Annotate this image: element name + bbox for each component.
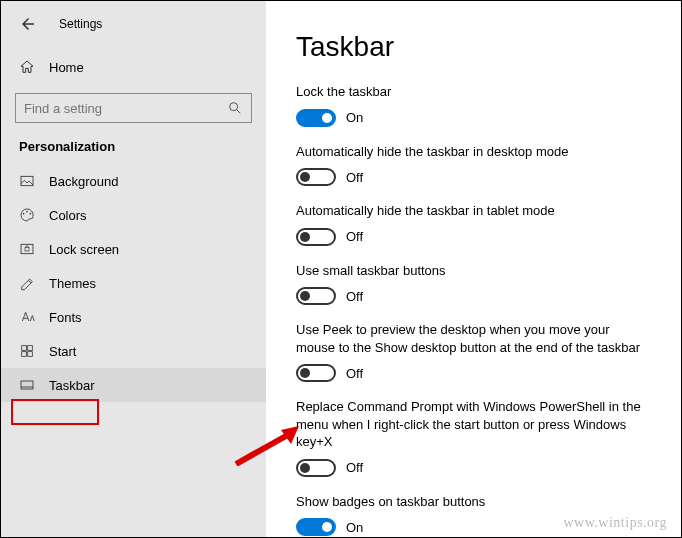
toggle-autohide-tablet[interactable]: [296, 228, 336, 246]
themes-icon: [19, 275, 35, 291]
setting-powershell: Replace Command Prompt with Windows Powe…: [296, 398, 651, 477]
section-header: Personalization: [1, 123, 266, 164]
colors-icon: [19, 207, 35, 223]
nav-label: Background: [49, 174, 118, 189]
app-title: Settings: [59, 17, 102, 31]
svg-rect-7: [25, 248, 29, 251]
toggle-state: On: [346, 520, 363, 535]
toggle-powershell[interactable]: [296, 459, 336, 477]
taskbar-icon: [19, 377, 35, 393]
search-input[interactable]: [24, 101, 227, 116]
svg-point-0: [230, 103, 238, 111]
svg-rect-10: [22, 352, 27, 357]
svg-rect-8: [22, 346, 27, 351]
toggle-state: Off: [346, 460, 363, 475]
home-icon: [19, 59, 35, 75]
toggle-state: Off: [346, 289, 363, 304]
svg-point-3: [23, 213, 25, 215]
search-box[interactable]: [15, 93, 252, 123]
toggle-state: Off: [346, 229, 363, 244]
sidebar-item-start[interactable]: Start: [1, 334, 266, 368]
home-label: Home: [49, 60, 84, 75]
background-icon: [19, 173, 35, 189]
nav-label: Taskbar: [49, 378, 95, 393]
toggle-state: Off: [346, 366, 363, 381]
toggle-autohide-desktop[interactable]: [296, 168, 336, 186]
sidebar-item-colors[interactable]: Colors: [1, 198, 266, 232]
setting-label: Use small taskbar buttons: [296, 262, 651, 280]
nav-label: Fonts: [49, 310, 82, 325]
nav-label: Themes: [49, 276, 96, 291]
setting-label: Show badges on taskbar buttons: [296, 493, 651, 511]
nav-label: Start: [49, 344, 76, 359]
sidebar-item-themes[interactable]: Themes: [1, 266, 266, 300]
setting-small-buttons: Use small taskbar buttons Off: [296, 262, 651, 306]
content-pane: Taskbar Lock the taskbar On Automaticall…: [266, 1, 681, 537]
sidebar-item-background[interactable]: Background: [1, 164, 266, 198]
setting-autohide-desktop: Automatically hide the taskbar in deskto…: [296, 143, 651, 187]
start-icon: [19, 343, 35, 359]
highlight-box: [11, 399, 99, 425]
setting-label: Automatically hide the taskbar in tablet…: [296, 202, 651, 220]
sidebar-item-taskbar[interactable]: Taskbar: [1, 368, 266, 402]
nav-label: Colors: [49, 208, 87, 223]
watermark: www.wintips.org: [563, 515, 667, 531]
setting-autohide-tablet: Automatically hide the taskbar in tablet…: [296, 202, 651, 246]
setting-lock-taskbar: Lock the taskbar On: [296, 83, 651, 127]
fonts-icon: [19, 309, 35, 325]
page-title: Taskbar: [296, 31, 651, 63]
svg-rect-2: [21, 176, 33, 185]
search-icon: [227, 100, 243, 116]
toggle-lock-taskbar[interactable]: [296, 109, 336, 127]
sidebar-home[interactable]: Home: [1, 49, 266, 85]
lock-screen-icon: [19, 241, 35, 257]
svg-point-4: [26, 211, 28, 213]
nav-label: Lock screen: [49, 242, 119, 257]
svg-line-1: [237, 110, 240, 113]
sidebar-item-fonts[interactable]: Fonts: [1, 300, 266, 334]
setting-label: Lock the taskbar: [296, 83, 651, 101]
toggle-state: Off: [346, 170, 363, 185]
svg-rect-11: [28, 352, 33, 357]
toggle-small-buttons[interactable]: [296, 287, 336, 305]
svg-point-5: [30, 213, 32, 215]
toggle-peek[interactable]: [296, 364, 336, 382]
sidebar: Settings Home Personalization Background…: [1, 1, 266, 537]
setting-label: Replace Command Prompt with Windows Powe…: [296, 398, 651, 451]
toggle-badges[interactable]: [296, 518, 336, 536]
toggle-state: On: [346, 110, 363, 125]
svg-rect-12: [21, 381, 33, 389]
sidebar-item-lock-screen[interactable]: Lock screen: [1, 232, 266, 266]
setting-label: Automatically hide the taskbar in deskto…: [296, 143, 651, 161]
svg-rect-9: [28, 346, 33, 351]
setting-label: Use Peek to preview the desktop when you…: [296, 321, 651, 356]
setting-peek: Use Peek to preview the desktop when you…: [296, 321, 651, 382]
back-icon[interactable]: [19, 15, 37, 33]
